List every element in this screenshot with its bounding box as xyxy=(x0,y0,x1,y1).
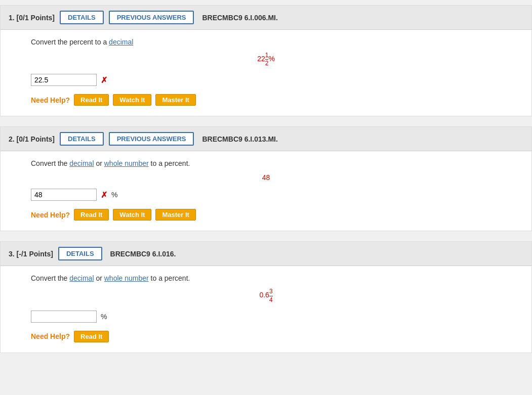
question-header-2: 2. [0/1 Points]DETAILSPREVIOUS ANSWERSBR… xyxy=(1,127,531,151)
help-btn-2-1[interactable]: Watch It xyxy=(113,209,151,221)
question-instruction-1: Convert the percent to a decimal xyxy=(31,38,501,46)
input-row-1: ✗ xyxy=(31,74,501,86)
question-block-1: 1. [0/1 Points]DETAILSPREVIOUS ANSWERSBR… xyxy=(0,5,532,116)
input-row-2: ✗% xyxy=(31,189,501,201)
answer-input-1[interactable] xyxy=(31,74,97,86)
percent-label-3: % xyxy=(101,313,107,321)
help-btn-2-2[interactable]: Master It xyxy=(155,209,195,221)
question-instruction-2: Convert the decimal or whole number to a… xyxy=(31,159,501,167)
question-block-2: 2. [0/1 Points]DETAILSPREVIOUS ANSWERSBR… xyxy=(0,126,532,231)
help-btn-3-0[interactable]: Read It xyxy=(74,331,109,342)
percent-label-2: % xyxy=(111,191,117,199)
question-instruction-3: Convert the decimal or whole number to a… xyxy=(31,274,501,282)
question-code-3: BRECMBC9 6.I.016. xyxy=(110,250,176,258)
wrong-icon-2: ✗ xyxy=(101,190,107,200)
page-container: 1. [0/1 Points]DETAILSPREVIOUS ANSWERSBR… xyxy=(0,0,532,368)
display-value-1: 2212% xyxy=(31,52,501,67)
question-body-3: Convert the decimal or whole number to a… xyxy=(1,266,531,352)
prev-answers-button-1[interactable]: PREVIOUS ANSWERS xyxy=(109,11,194,24)
question-number-1: 1. [0/1 Points] xyxy=(9,14,55,22)
display-value-3: 0.634 xyxy=(31,288,501,303)
input-row-3: % xyxy=(31,311,501,323)
question-code-1: BRECMBC9 6.I.006.MI. xyxy=(202,14,277,22)
wrong-icon-1: ✗ xyxy=(101,75,107,85)
question-header-3: 3. [-/1 Points]DETAILSBRECMBC9 6.I.016. xyxy=(1,242,531,266)
need-help-label-3: Need Help? xyxy=(31,332,70,340)
need-help-row-2: Need Help?Read ItWatch ItMaster It xyxy=(31,209,501,221)
answer-input-3[interactable] xyxy=(31,311,97,323)
need-help-row-1: Need Help?Read ItWatch ItMaster It xyxy=(31,94,501,106)
question-header-1: 1. [0/1 Points]DETAILSPREVIOUS ANSWERSBR… xyxy=(1,6,531,30)
need-help-label-2: Need Help? xyxy=(31,211,70,219)
help-btn-2-0[interactable]: Read It xyxy=(74,209,109,221)
need-help-label-1: Need Help? xyxy=(31,96,70,104)
details-button-1[interactable]: DETAILS xyxy=(60,11,104,24)
display-value-2: 48 xyxy=(31,173,501,182)
help-btn-1-1[interactable]: Watch It xyxy=(113,94,151,106)
need-help-row-3: Need Help?Read It xyxy=(31,331,501,342)
details-button-3[interactable]: DETAILS xyxy=(58,247,102,260)
help-btn-1-2[interactable]: Master It xyxy=(155,94,195,106)
question-body-1: Convert the percent to a decimal2212%✗Ne… xyxy=(1,30,531,116)
question-number-3: 3. [-/1 Points] xyxy=(9,250,53,258)
question-block-3: 3. [-/1 Points]DETAILSBRECMBC9 6.I.016.C… xyxy=(0,241,532,353)
details-button-2[interactable]: DETAILS xyxy=(60,132,104,146)
help-btn-1-0[interactable]: Read It xyxy=(74,94,109,106)
prev-answers-button-2[interactable]: PREVIOUS ANSWERS xyxy=(109,132,194,146)
question-body-2: Convert the decimal or whole number to a… xyxy=(1,151,531,231)
answer-input-2[interactable] xyxy=(31,189,97,201)
question-number-2: 2. [0/1 Points] xyxy=(9,135,55,143)
question-code-2: BRECMBC9 6.I.013.MI. xyxy=(202,135,277,143)
